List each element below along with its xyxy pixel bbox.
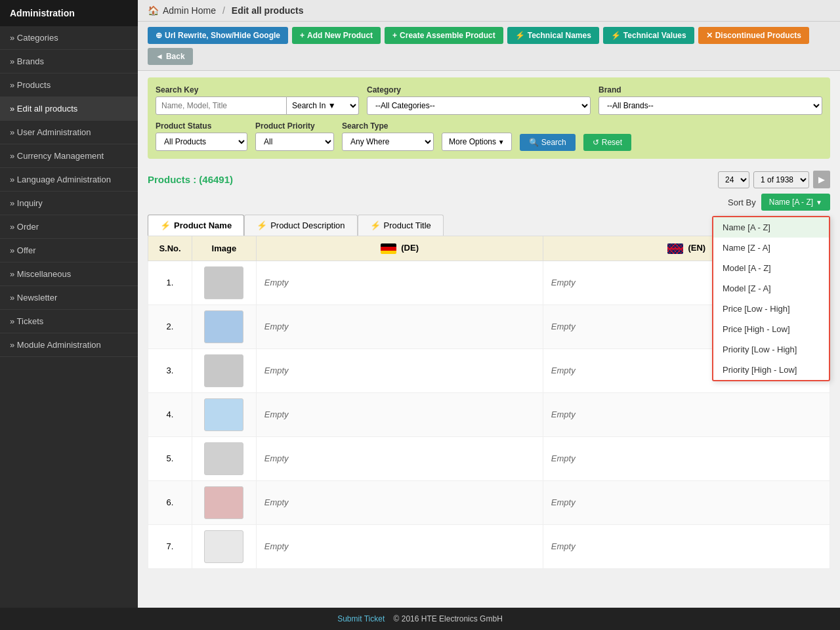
sort-option-name-za[interactable]: Name [Z - A] [713, 238, 829, 258]
sort-option-model-za[interactable]: Model [Z - A] [713, 278, 829, 299]
sidebar-item-language-administration[interactable]: Language Administration [0, 168, 138, 192]
row-sno: 1. [148, 261, 192, 304]
row-image [192, 304, 256, 348]
product-priority-select[interactable]: All High Medium Low [255, 133, 334, 151]
sidebar-item-categories[interactable]: Categories [0, 26, 138, 50]
category-group: Category --All Categories-- [367, 85, 591, 115]
breadcrumb-home[interactable]: Admin Home [163, 5, 216, 16]
product-status-select[interactable]: All Products Active Inactive [156, 133, 247, 151]
sidebar-item-miscellaneous[interactable]: Miscellaneous [0, 262, 138, 286]
sidebar-item-currency-management[interactable]: Currency Management [0, 144, 138, 168]
search-in-select[interactable]: Search In ▼ [287, 96, 359, 115]
create-assemble-button[interactable]: + Create Assemble Product [385, 27, 503, 44]
sort-option-price-lh[interactable]: Price [Low - High] [713, 299, 829, 319]
row-en: Empty [543, 524, 830, 568]
row-image [192, 348, 256, 392]
tab-product-title[interactable]: ⚡ Product Title [358, 215, 444, 236]
row-image [192, 392, 256, 436]
discontinued-products-button[interactable]: ✕ Discontinued Products [698, 27, 809, 44]
sidebar-item-inquiry[interactable]: Inquiry [0, 192, 138, 215]
pagination-next-button[interactable]: ▶ [813, 171, 830, 188]
breadcrumb-current: Edit all products [232, 5, 304, 16]
sort-option-priority-hl[interactable]: Priority [High - Low] [713, 360, 829, 380]
row-sno: 7. [148, 524, 192, 568]
sidebar-item-offer[interactable]: Offer [0, 239, 138, 262]
sort-dropdown: Name [A - Z] Name [Z - A] Model [A - Z] … [712, 216, 830, 381]
breadcrumb: 🏠 Admin Home / Edit all products [138, 0, 840, 22]
toolbar: ⊕ Url Rewrite, Show/Hide Google + Add Ne… [138, 22, 840, 71]
row-image [192, 524, 256, 568]
search-key-group: Search Key Search In ▼ [156, 85, 359, 115]
sidebar-item-tickets[interactable]: Tickets [0, 310, 138, 333]
product-priority-label: Product Priority [255, 121, 334, 131]
brand-select[interactable]: --All Brands-- [598, 96, 822, 115]
product-status-label: Product Status [156, 121, 247, 131]
sort-bar: Sort By Name [A - Z] Name [A - Z] Name [… [148, 194, 830, 211]
footer: Submit Ticket © 2016 HTE Electronics Gmb… [0, 608, 840, 630]
search-button[interactable]: 🔍 Search [520, 134, 576, 151]
row-sno: 6. [148, 480, 192, 524]
per-page-select[interactable]: 24 48 96 [718, 171, 749, 188]
search-panel: Search Key Search In ▼ Category --All Ca… [148, 77, 830, 159]
sort-option-priority-lh[interactable]: Priority [Low - High] [713, 339, 829, 360]
search-key-input[interactable] [156, 96, 287, 115]
sidebar-item-module-administration[interactable]: Module Administration [0, 333, 138, 357]
table-row: 4. Empty Empty [148, 392, 830, 436]
product-image [204, 310, 243, 343]
back-button[interactable]: ◄ Back [148, 48, 193, 65]
row-de: Empty [256, 480, 543, 524]
col-sno: S.No. [148, 236, 192, 261]
technical-names-button[interactable]: ⚡ Technical Names [507, 27, 599, 44]
tab-product-description[interactable]: ⚡ Product Description [244, 215, 357, 236]
sidebar-item-user-administration[interactable]: User Administration [0, 121, 138, 144]
sort-option-model-az[interactable]: Model [A - Z] [713, 258, 829, 278]
sort-label: Sort By [728, 198, 756, 207]
technical-values-button[interactable]: ⚡ Technical Values [603, 27, 694, 44]
sidebar-item-products[interactable]: Products [0, 74, 138, 97]
globe-icon: ⊕ [156, 31, 162, 40]
search-type-group: Search Type Any Where Exact Match Starts… [342, 121, 434, 151]
sort-button[interactable]: Name [A - Z] [761, 194, 830, 211]
product-image [204, 530, 243, 563]
search-key-label: Search Key [156, 85, 359, 94]
product-status-group: Product Status All Products Active Inact… [156, 121, 247, 151]
add-product-button[interactable]: + Add New Product [292, 27, 381, 44]
page-select[interactable]: 1 of 1938 [753, 171, 809, 188]
main-content: 🏠 Admin Home / Edit all products ⊕ Url R… [138, 0, 840, 608]
sidebar-item-newsletter[interactable]: Newsletter [0, 286, 138, 310]
brand-group: Brand --All Brands-- [598, 85, 822, 115]
search-type-select[interactable]: Any Where Exact Match Starts With [342, 133, 434, 151]
sort-option-name-az[interactable]: Name [A - Z] [713, 217, 829, 238]
sidebar-item-brands[interactable]: Brands [0, 50, 138, 74]
products-header: Products : (46491) 24 48 96 1 of 1938 ▶ [148, 165, 830, 194]
sidebar-item-order[interactable]: Order [0, 215, 138, 239]
plus-icon-2: + [392, 31, 397, 40]
refresh-icon: ↺ [593, 138, 599, 147]
sidebar-item-edit-all-products[interactable]: Edit all products [0, 97, 138, 121]
lightning-icon-2: ⚡ [611, 31, 621, 40]
more-options-button[interactable]: More Options [442, 133, 512, 151]
row-en: Empty [543, 480, 830, 524]
url-rewrite-button[interactable]: ⊕ Url Rewrite, Show/Hide Google [148, 27, 288, 44]
row-de: Empty [256, 348, 543, 392]
products-pagination: 24 48 96 1 of 1938 ▶ [718, 171, 830, 188]
row-de: Empty [256, 261, 543, 304]
col-de: (DE) [256, 236, 543, 261]
row-sno: 5. [148, 436, 192, 480]
row-sno: 3. [148, 348, 192, 392]
reset-button[interactable]: ↺ Reset [583, 134, 631, 151]
table-row: 7. Empty Empty [148, 524, 830, 568]
category-select[interactable]: --All Categories-- [367, 96, 591, 115]
product-priority-group: Product Priority All High Medium Low [255, 121, 334, 151]
table-row: 6. Empty Empty [148, 480, 830, 524]
tab-product-name[interactable]: ⚡ Product Name [148, 215, 244, 236]
sidebar-title: Administration [0, 0, 138, 26]
sort-option-price-hl[interactable]: Price [High - Low] [713, 319, 829, 339]
row-image [192, 480, 256, 524]
table-row: 5. Empty Empty [148, 436, 830, 480]
flag-en-icon [667, 243, 683, 254]
sidebar: Administration Categories Brands Product… [0, 0, 138, 608]
submit-ticket-link[interactable]: Submit Ticket [337, 614, 385, 623]
flag-de-icon [381, 243, 396, 254]
row-sno: 4. [148, 392, 192, 436]
